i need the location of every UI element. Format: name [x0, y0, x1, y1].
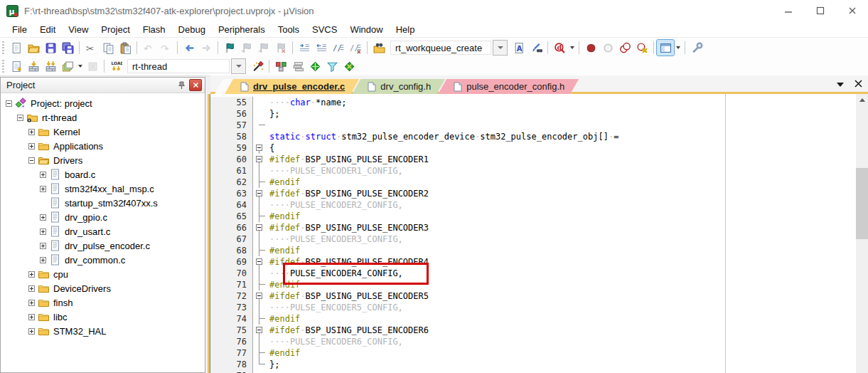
save-all-icon[interactable]	[59, 40, 76, 56]
bookmark-clear-icon[interactable]	[272, 40, 289, 56]
tree-item-applications[interactable]: Applications	[1, 139, 204, 153]
fold-margin[interactable]	[253, 154, 266, 165]
disable-breakpoints-icon[interactable]	[616, 40, 633, 56]
minimize-button[interactable]	[772, 0, 804, 21]
build-icon[interactable]	[25, 58, 42, 74]
fold-margin[interactable]	[253, 142, 266, 154]
breakpoint-margin[interactable]	[210, 108, 219, 120]
code-line[interactable]: #ifdef·BSP_USING_PULSE_ENCODER6	[266, 325, 429, 336]
tree-item-project-project[interactable]: Project: project	[1, 96, 204, 110]
tree-item-stm32f4xx-hal-msp-c[interactable]: stm32f4xx_hal_msp.c	[1, 182, 204, 196]
fold-margin[interactable]	[253, 188, 266, 199]
breakpoint-margin[interactable]	[210, 177, 219, 188]
menu-svcs[interactable]: SVCS	[306, 23, 343, 36]
breakpoint-margin[interactable]	[210, 245, 219, 256]
manage-items-icon[interactable]	[289, 58, 306, 74]
menu-file[interactable]: File	[6, 23, 33, 36]
kill-breakpoints-icon[interactable]	[633, 40, 650, 56]
collapse-icon[interactable]	[17, 115, 23, 121]
tree-item-drv-pulse-encoder-c[interactable]: drv_pulse_encoder.c	[1, 238, 204, 253]
save-icon[interactable]	[42, 40, 59, 56]
tree-item-finsh[interactable]: finsh	[1, 295, 204, 310]
code-line[interactable]: #ifdef·BSP_USING_PULSE_ENCODER2	[266, 188, 429, 199]
tree-item-kernel[interactable]: Kernel	[1, 125, 204, 139]
code-line[interactable]: ····PULSE_ENCODER4_CONFIG,	[266, 268, 403, 279]
expand-icon[interactable]	[28, 300, 35, 306]
target-input[interactable]: rt-thread	[127, 59, 230, 73]
expand-icon[interactable]	[40, 243, 46, 249]
code-line[interactable]: };	[266, 359, 279, 370]
tree-item-drv-gpio-c[interactable]: drv_gpio.c	[1, 210, 204, 224]
tab-drv-pulse-encoder-c[interactable]: drv_pulse_encoder.c	[225, 79, 359, 94]
bookmark-next-icon[interactable]	[255, 40, 272, 56]
code-line[interactable]: #endif	[266, 347, 300, 359]
tree-item-drivers[interactable]: Drivers	[1, 153, 204, 167]
code-line[interactable]: ····PULSE_ENCODER2_CONFIG,	[266, 199, 403, 211]
breakpoint-margin[interactable]	[210, 268, 219, 279]
breakpoint-margin[interactable]	[210, 154, 219, 165]
insert-breakpoint-icon[interactable]	[582, 40, 599, 56]
target-options-icon[interactable]	[249, 58, 266, 74]
tab-drv-config-h[interactable]: drv_config.h	[352, 79, 445, 94]
fold-margin[interactable]	[253, 256, 266, 268]
tree-item-drv-usart-c[interactable]: drv_usart.c	[1, 224, 204, 238]
tree-item-cpu[interactable]: cpu	[1, 267, 204, 281]
batch-build-icon-dropdown[interactable]	[76, 58, 84, 74]
code-line[interactable]: #endif	[266, 279, 300, 290]
search-input[interactable]: rt_workqueue_create	[390, 41, 491, 55]
breakpoint-margin[interactable]	[210, 313, 219, 325]
code-line[interactable]	[266, 370, 269, 373]
find-in-files-icon[interactable]	[370, 40, 387, 56]
bookmark-previous-icon[interactable]	[238, 40, 255, 56]
bookmark-toggle-icon[interactable]	[221, 40, 238, 56]
expand-icon[interactable]	[40, 214, 46, 221]
code-line[interactable]: static·struct·stm32_pulse_encoder_device…	[266, 131, 618, 142]
configure-icon[interactable]	[688, 40, 705, 56]
fold-margin[interactable]	[253, 222, 266, 233]
debug-zoom-icon-dropdown[interactable]	[568, 40, 576, 56]
menu-debug[interactable]: Debug	[172, 23, 212, 36]
project-panel-close-icon[interactable]	[189, 79, 202, 91]
unindent-icon[interactable]	[313, 40, 330, 56]
breakpoint-margin[interactable]	[210, 347, 219, 359]
code-line[interactable]: #ifdef·BSP_USING_PULSE_ENCODER3	[266, 222, 429, 233]
vertical-scrollbar[interactable]	[856, 94, 868, 373]
code-line[interactable]	[266, 120, 269, 131]
stop-build-icon[interactable]	[84, 58, 101, 74]
expand-icon[interactable]	[28, 129, 35, 135]
breakpoint-margin[interactable]	[210, 290, 219, 302]
window-layout-icon-dropdown[interactable]	[674, 40, 682, 56]
expand-icon[interactable]	[28, 143, 35, 149]
code-line[interactable]: ····PULSE_ENCODER3_CONFIG,	[266, 233, 403, 245]
code-line[interactable]: #endif	[266, 313, 300, 325]
code-line[interactable]: #ifdef·BSP_USING_PULSE_ENCODER4	[266, 256, 429, 268]
expand-icon[interactable]	[28, 271, 35, 278]
tree-item-drv-common-c[interactable]: drv_common.c	[1, 253, 204, 267]
expand-icon[interactable]	[28, 314, 35, 320]
undo-icon[interactable]: ↶	[140, 40, 157, 56]
menu-window[interactable]: Window	[343, 23, 389, 36]
expand-icon[interactable]	[40, 172, 46, 178]
fold-margin[interactable]	[253, 290, 266, 302]
tree-item-board-c[interactable]: board.c	[1, 167, 204, 182]
navigate-forward-icon[interactable]	[198, 40, 215, 56]
code-line[interactable]: ····PULSE_ENCODER5_CONFIG,	[266, 302, 403, 313]
menu-view[interactable]: View	[62, 23, 95, 36]
manage-rte-icon[interactable]	[272, 58, 289, 74]
expand-icon[interactable]	[40, 257, 46, 263]
tab-close-icon[interactable]	[854, 79, 862, 90]
filter-icon[interactable]	[323, 58, 341, 74]
scroll-up-icon[interactable]	[856, 94, 868, 105]
breakpoint-margin[interactable]	[210, 188, 219, 199]
menu-tools[interactable]: Tools	[272, 23, 306, 36]
breakpoint-margin[interactable]	[210, 279, 219, 290]
fold-margin[interactable]	[253, 325, 266, 336]
copy-icon[interactable]	[100, 40, 117, 56]
code-line[interactable]: #endif	[266, 245, 300, 256]
uncomment-icon[interactable]: //	[347, 40, 364, 56]
code-line[interactable]: #ifdef·BSP_USING_PULSE_ENCODER1	[266, 154, 429, 165]
new-file-icon[interactable]	[8, 40, 25, 56]
indent-icon[interactable]	[296, 40, 313, 56]
close-button[interactable]	[836, 0, 868, 21]
code-line[interactable]: ····PULSE_ENCODER6_CONFIG,	[266, 336, 403, 347]
